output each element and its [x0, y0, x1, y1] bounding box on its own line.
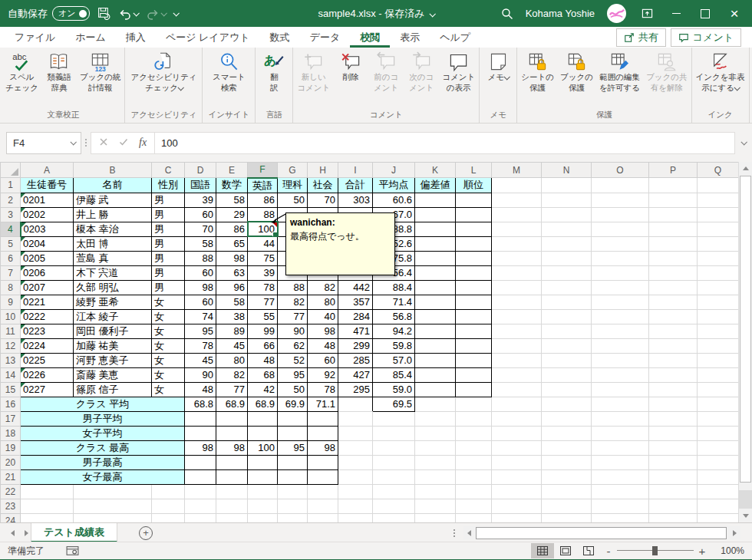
- cell-J1[interactable]: 平均点: [373, 178, 415, 193]
- cell-C6[interactable]: 男: [152, 251, 185, 265]
- cell-B5[interactable]: 太田 博: [74, 236, 152, 251]
- cell-J15[interactable]: 59.0: [373, 382, 415, 397]
- row-header-14[interactable]: 14: [1, 367, 21, 382]
- cell-G1[interactable]: 理科: [278, 178, 308, 193]
- cell-N9[interactable]: [542, 295, 592, 309]
- cell-E16[interactable]: 68.9: [216, 397, 248, 411]
- hide-ink-button[interactable]: インクを非表示にする: [693, 48, 748, 93]
- cell-P4[interactable]: [649, 222, 698, 236]
- cell-Q7[interactable]: [698, 265, 739, 280]
- cell-P3[interactable]: [649, 207, 698, 222]
- cell-J2[interactable]: 60.6: [373, 193, 415, 207]
- cell-J24[interactable]: [373, 513, 415, 522]
- cell-D23[interactable]: [185, 499, 216, 513]
- scroll-down-button[interactable]: [739, 509, 752, 522]
- cell-A2[interactable]: 0201: [21, 193, 74, 207]
- cell-M16[interactable]: [492, 397, 542, 411]
- cell-A6[interactable]: 0205: [21, 251, 74, 265]
- cell-P19[interactable]: [649, 440, 698, 455]
- comments-button[interactable]: コメント: [671, 28, 741, 47]
- ribbon-tab-file[interactable]: ファイル: [5, 27, 65, 48]
- cell-Q24[interactable]: [698, 513, 739, 522]
- comment-popup[interactable]: wanichan: 最高得点でっせ。: [285, 212, 395, 275]
- cell-P22[interactable]: [649, 484, 698, 499]
- select-all-corner[interactable]: [1, 163, 21, 178]
- cell-F12[interactable]: 66: [248, 338, 278, 353]
- cell-K18[interactable]: [415, 426, 456, 440]
- cell-M10[interactable]: [492, 309, 542, 324]
- cell-H13[interactable]: 60: [308, 353, 338, 367]
- cell-C3[interactable]: 男: [152, 207, 185, 222]
- cell-B3[interactable]: 井上 勝: [74, 207, 152, 222]
- notes-button[interactable]: メモ: [480, 48, 516, 83]
- ribbon-tab-formulas[interactable]: 数式: [260, 27, 300, 48]
- cell-D14[interactable]: 90: [185, 367, 216, 382]
- row-header-5[interactable]: 5: [1, 236, 21, 251]
- cell-F23[interactable]: [248, 499, 278, 513]
- zoom-out-button[interactable]: -: [600, 545, 617, 558]
- cell-F19[interactable]: 100: [248, 440, 278, 455]
- cell-O18[interactable]: [592, 426, 649, 440]
- cell-L14[interactable]: [456, 367, 492, 382]
- cell-E4[interactable]: 86: [216, 222, 248, 236]
- cell-F2[interactable]: 86: [248, 193, 278, 207]
- col-header-B[interactable]: B: [74, 163, 152, 178]
- cell-A12[interactable]: 0224: [21, 338, 74, 353]
- cell-H16[interactable]: 71.1: [308, 397, 338, 411]
- row-header-6[interactable]: 6: [1, 251, 21, 265]
- ribbon-tab-home[interactable]: ホーム: [65, 27, 116, 48]
- cell-P2[interactable]: [649, 193, 698, 207]
- cell-Q3[interactable]: [698, 207, 739, 222]
- cell-B8[interactable]: 久部 明弘: [74, 280, 152, 295]
- cell-B6[interactable]: 萱島 真: [74, 251, 152, 265]
- status-mode[interactable]: 準備完了: [0, 545, 45, 558]
- cell-N19[interactable]: [542, 440, 592, 455]
- cell-A22[interactable]: [21, 484, 74, 499]
- cell-A4[interactable]: 0203: [21, 222, 74, 236]
- search-icon[interactable]: [501, 8, 513, 20]
- cell-D4[interactable]: 70: [185, 222, 216, 236]
- cell-I14[interactable]: 427: [338, 367, 373, 382]
- cell-E9[interactable]: 58: [216, 295, 248, 309]
- cell-P15[interactable]: [649, 382, 698, 397]
- cell-E20[interactable]: [216, 455, 248, 469]
- col-header-P[interactable]: P: [649, 163, 698, 178]
- ribbon-tab-review[interactable]: 校閲: [350, 27, 390, 48]
- cell-J13[interactable]: 57.0: [373, 353, 415, 367]
- cell-H15[interactable]: 78: [308, 382, 338, 397]
- cell-O19[interactable]: [592, 440, 649, 455]
- cell-I24[interactable]: [338, 513, 373, 522]
- cell-N15[interactable]: [542, 382, 592, 397]
- cell-P16[interactable]: [649, 397, 698, 411]
- cell-P14[interactable]: [649, 367, 698, 382]
- cell-P1[interactable]: [649, 178, 698, 193]
- cell-L23[interactable]: [456, 499, 492, 513]
- cell-H8[interactable]: 82: [308, 280, 338, 295]
- row-header-11[interactable]: 11: [1, 324, 21, 338]
- cell-M20[interactable]: [492, 455, 542, 469]
- cell-F6[interactable]: 75: [248, 251, 278, 265]
- cell-Q12[interactable]: [698, 338, 739, 353]
- cell-O10[interactable]: [592, 309, 649, 324]
- cell-O21[interactable]: [592, 469, 649, 484]
- cell-D9[interactable]: 60: [185, 295, 216, 309]
- cell-G9[interactable]: 82: [278, 295, 308, 309]
- minimize-button[interactable]: [668, 13, 684, 14]
- cell-C24[interactable]: [152, 513, 185, 522]
- cell-D7[interactable]: 60: [185, 265, 216, 280]
- col-header-H[interactable]: H: [308, 163, 338, 178]
- cell-K16[interactable]: [415, 397, 456, 411]
- cell-K23[interactable]: [415, 499, 456, 513]
- cell-O12[interactable]: [592, 338, 649, 353]
- ribbon-tab-data[interactable]: データ: [300, 27, 351, 48]
- cell-D18[interactable]: [185, 426, 216, 440]
- cell-N23[interactable]: [542, 499, 592, 513]
- cell-L13[interactable]: [456, 353, 492, 367]
- cell-D11[interactable]: 95: [185, 324, 216, 338]
- cell-G11[interactable]: 90: [278, 324, 308, 338]
- cell-H9[interactable]: 80: [308, 295, 338, 309]
- cell-E24[interactable]: [216, 513, 248, 522]
- row-header-8[interactable]: 8: [1, 280, 21, 295]
- cell-L11[interactable]: [456, 324, 492, 338]
- cell-G13[interactable]: 52: [278, 353, 308, 367]
